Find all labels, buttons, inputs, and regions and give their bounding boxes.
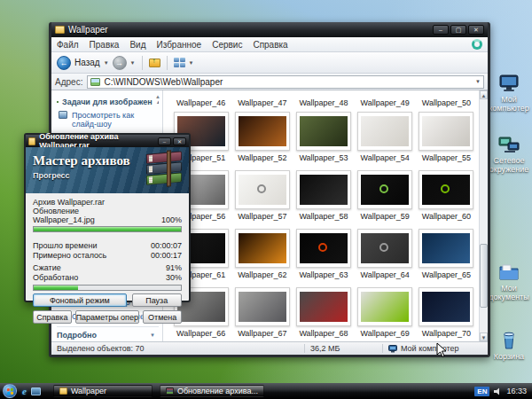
dialog-minimize-button[interactable]: – bbox=[158, 137, 171, 145]
address-input[interactable] bbox=[104, 77, 472, 87]
file-thumbnail[interactable]: Wallpaper_58 bbox=[293, 170, 354, 229]
menu-item[interactable]: Файл bbox=[57, 40, 79, 50]
menu-item[interactable]: Вид bbox=[129, 40, 145, 50]
dialog-banner: Мастер архивов Прогресс bbox=[26, 147, 189, 193]
cancel-button[interactable]: Отмена bbox=[143, 310, 182, 324]
progress-stat-row: Прошло времени00:00:07 bbox=[33, 241, 182, 250]
picture-tasks-header[interactable]: Задачи для изображен ▲ bbox=[57, 98, 159, 106]
my-documents-icon bbox=[497, 262, 520, 282]
status-selection: Выделено объектов: 70 bbox=[51, 344, 305, 353]
thumbnail-frame bbox=[235, 170, 290, 209]
explorer-titlebar[interactable]: Wallpaper – ▢ ✕ bbox=[51, 22, 488, 37]
show-desktop-icon[interactable] bbox=[31, 387, 41, 395]
back-button[interactable]: ← bbox=[57, 56, 71, 70]
file-thumbnail[interactable]: Wallpaper_52 bbox=[231, 112, 293, 170]
volume-icon[interactable] bbox=[494, 387, 502, 395]
address-dropdown-icon[interactable]: ▼ bbox=[475, 79, 481, 84]
current-percent: 100% bbox=[161, 215, 182, 224]
start-button[interactable] bbox=[3, 384, 17, 398]
desktop-icon-my-computer[interactable]: Мой компьютер bbox=[484, 74, 532, 113]
dialog-titlebar[interactable]: Обновление архива Wallpaper.rar – ✕ bbox=[26, 135, 189, 147]
file-thumbnail[interactable]: Wallpaper_57 bbox=[231, 170, 293, 229]
file-thumbnail[interactable]: Wallpaper_48 bbox=[293, 96, 354, 112]
thumbnail-frame bbox=[419, 287, 473, 326]
thumbnail-image bbox=[239, 292, 286, 322]
desktop-icon-my-documents[interactable]: Мои документы bbox=[484, 262, 532, 301]
file-thumbnail[interactable]: Wallpaper_47 bbox=[231, 96, 293, 112]
scroll-up-icon[interactable]: ▲ bbox=[480, 90, 488, 99]
file-thumbnail[interactable]: Wallpaper_64 bbox=[355, 229, 416, 287]
internet-explorer-icon[interactable]: e bbox=[22, 386, 27, 396]
file-thumbnail[interactable]: Wallpaper_70 bbox=[416, 287, 477, 341]
vertical-scrollbar[interactable]: ▲ ▼ bbox=[479, 90, 488, 341]
taskbar-button-winrar[interactable]: Обновление архива... bbox=[160, 385, 264, 397]
scrollbar-thumb[interactable] bbox=[480, 244, 488, 308]
thumbnail-frame bbox=[296, 170, 351, 209]
chevron-up-icon[interactable]: ▲ bbox=[156, 99, 159, 105]
thumbnail-label: Wallpaper_52 bbox=[231, 153, 293, 162]
maximize-button[interactable]: ▢ bbox=[450, 25, 466, 35]
taskbar-clock[interactable]: 16:33 bbox=[506, 387, 527, 395]
file-thumbnail[interactable]: Wallpaper_59 bbox=[355, 170, 416, 229]
picture-task[interactable]: Просмотреть как слайд-шоу bbox=[59, 111, 159, 129]
desktop-icon-recycle-bin[interactable]: Корзина bbox=[484, 331, 532, 361]
winrar-icon bbox=[28, 137, 35, 145]
thumbnail-image bbox=[300, 233, 348, 263]
sidebar-scroll-up-icon[interactable]: ▲ bbox=[155, 94, 160, 99]
back-dropdown-icon[interactable]: ▼ bbox=[104, 60, 109, 66]
desktop-icon-network-places[interactable]: Сетевое окружение bbox=[484, 135, 532, 174]
operation-options-button[interactable]: Параметры операции... bbox=[75, 310, 140, 324]
winrar-books-icon bbox=[146, 151, 182, 187]
forward-dropdown-icon[interactable]: ▼ bbox=[130, 60, 136, 66]
status-size: 36,2 МБ bbox=[305, 344, 383, 353]
chevron-down-icon[interactable]: ▼ bbox=[150, 332, 155, 338]
thumbnail-image bbox=[361, 175, 409, 205]
file-thumbnail[interactable]: Wallpaper_62 bbox=[231, 229, 293, 287]
network-places-icon bbox=[497, 135, 520, 154]
file-thumbnail[interactable]: Wallpaper_60 bbox=[416, 170, 477, 229]
background-mode-button[interactable]: Фоновый режим bbox=[33, 293, 127, 307]
file-thumbnail[interactable]: Wallpaper_54 bbox=[355, 112, 416, 170]
address-input-box[interactable]: ▼ bbox=[87, 75, 484, 89]
language-indicator[interactable]: EN bbox=[474, 387, 489, 396]
file-thumbnail[interactable]: Wallpaper_63 bbox=[293, 229, 354, 287]
file-thumbnail[interactable]: Wallpaper_65 bbox=[416, 229, 477, 287]
thumbnail-image bbox=[239, 233, 286, 263]
thumbnail-label: Wallpaper_46 bbox=[170, 98, 231, 107]
thumbnail-row: Wallpaper_66Wallpaper_67Wallpaper_68Wall… bbox=[170, 287, 477, 341]
file-thumbnail[interactable]: Wallpaper_46 bbox=[170, 96, 231, 112]
file-thumbnail[interactable]: Wallpaper_67 bbox=[231, 287, 293, 341]
dialog-close-button[interactable]: ✕ bbox=[173, 137, 186, 145]
file-thumbnail[interactable]: Wallpaper_53 bbox=[293, 112, 354, 170]
file-thumbnail[interactable]: Wallpaper_69 bbox=[355, 287, 416, 341]
menu-item[interactable]: Справка bbox=[253, 40, 287, 50]
file-thumbnail[interactable]: Wallpaper_68 bbox=[293, 287, 354, 341]
thumbnail-accent bbox=[379, 184, 388, 193]
close-button[interactable]: ✕ bbox=[468, 25, 484, 35]
menu-item[interactable]: Правка bbox=[90, 40, 120, 50]
views-icon[interactable] bbox=[174, 58, 185, 67]
window-title: Wallpaper bbox=[68, 25, 108, 35]
back-button-label[interactable]: Назад bbox=[74, 58, 100, 67]
thumbnail-label: Wallpaper_63 bbox=[293, 270, 354, 279]
thumbnail-label: Wallpaper_70 bbox=[416, 329, 477, 338]
thumbnail-image bbox=[422, 175, 470, 205]
file-thumbnail[interactable]: Wallpaper_55 bbox=[416, 112, 477, 170]
pause-button[interactable]: Пауза bbox=[132, 293, 182, 307]
menu-item[interactable]: Сервис bbox=[212, 40, 242, 50]
minimize-button[interactable]: – bbox=[433, 25, 449, 35]
views-dropdown-icon[interactable]: ▼ bbox=[189, 60, 194, 66]
taskbar-button-label: Wallpaper bbox=[71, 387, 106, 395]
menu-item[interactable]: Избранное bbox=[156, 40, 201, 50]
help-button[interactable]: Справка bbox=[33, 310, 72, 324]
thumbnail-label: Wallpaper_59 bbox=[355, 212, 416, 221]
scrollbar-track[interactable] bbox=[480, 99, 488, 332]
file-thumbnail[interactable]: Wallpaper_49 bbox=[355, 96, 416, 112]
taskbar-button-wallpaper[interactable]: Wallpaper bbox=[53, 385, 153, 397]
progress-stat-row: Сжатие91% bbox=[33, 263, 182, 272]
folder-up-icon[interactable] bbox=[149, 59, 160, 67]
file-thumbnail[interactable]: Wallpaper_50 bbox=[416, 96, 477, 112]
forward-button[interactable]: → bbox=[113, 56, 127, 70]
thumbnail-accent bbox=[379, 243, 388, 252]
scroll-down-icon[interactable]: ▼ bbox=[480, 332, 488, 341]
